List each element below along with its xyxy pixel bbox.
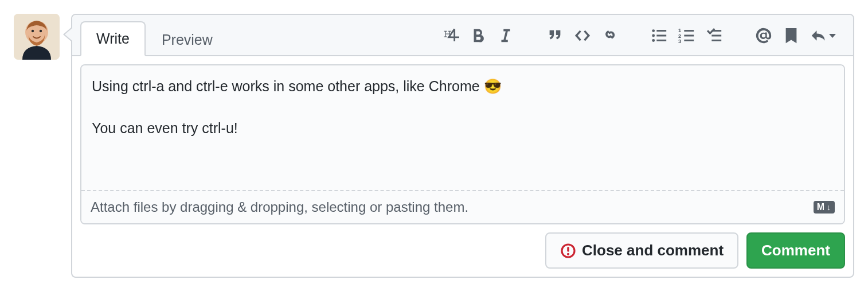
comment-box: Write Preview — [71, 14, 854, 278]
attach-files-hint[interactable]: Attach files by dragging & dropping, sel… — [81, 190, 844, 223]
svg-rect-18 — [711, 40, 721, 41]
bold-icon[interactable] — [467, 24, 490, 47]
ordered-list-icon[interactable]: 123 — [675, 24, 698, 47]
close-button-label: Close and comment — [582, 242, 724, 259]
comment-form: Write Preview — [14, 14, 854, 278]
svg-rect-5 — [656, 30, 666, 32]
comment-button-label: Comment — [761, 242, 830, 259]
resize-handle[interactable] — [831, 177, 842, 188]
tab-preview[interactable]: Preview — [146, 22, 229, 56]
svg-point-4 — [652, 29, 655, 32]
attach-hint-text: Attach files by dragging & dropping, sel… — [91, 199, 468, 215]
quote-icon[interactable] — [544, 24, 566, 47]
comment-textarea-wrap: Using ctrl-a and ctrl-e works in some ot… — [80, 64, 845, 224]
svg-rect-13 — [684, 35, 694, 37]
comment-textarea[interactable]: Using ctrl-a and ctrl-e works in some ot… — [81, 65, 844, 190]
svg-point-8 — [652, 39, 655, 42]
avatar-image — [14, 14, 60, 60]
mention-icon[interactable] — [752, 24, 775, 47]
link-icon[interactable] — [599, 24, 621, 47]
svg-rect-17 — [711, 35, 721, 37]
code-icon[interactable] — [571, 24, 594, 47]
svg-rect-16 — [711, 30, 721, 32]
svg-rect-11 — [684, 30, 694, 32]
chevron-down-icon — [829, 34, 836, 38]
user-avatar[interactable] — [14, 14, 60, 60]
reply-icon[interactable] — [807, 24, 839, 47]
comment-button[interactable]: Comment — [746, 232, 845, 269]
reference-icon[interactable] — [780, 24, 803, 47]
svg-text:3: 3 — [678, 38, 681, 44]
tab-write[interactable]: Write — [80, 21, 146, 56]
svg-point-3 — [40, 30, 42, 32]
form-actions: Close and comment Comment — [72, 224, 853, 277]
task-list-icon[interactable] — [703, 24, 726, 47]
markdown-toolbar: 123 — [439, 24, 845, 55]
svg-rect-20 — [567, 247, 569, 252]
svg-rect-7 — [656, 35, 666, 37]
svg-point-6 — [652, 34, 655, 37]
svg-rect-15 — [684, 40, 694, 41]
svg-point-2 — [32, 30, 34, 32]
issue-closed-icon — [560, 243, 576, 259]
close-and-comment-button[interactable]: Close and comment — [545, 232, 738, 269]
svg-point-21 — [567, 253, 569, 255]
tab-nav: Write Preview — [72, 15, 853, 56]
italic-icon[interactable] — [494, 24, 517, 47]
heading-icon[interactable] — [439, 24, 462, 47]
unordered-list-icon[interactable] — [648, 24, 671, 47]
svg-rect-9 — [656, 40, 666, 41]
